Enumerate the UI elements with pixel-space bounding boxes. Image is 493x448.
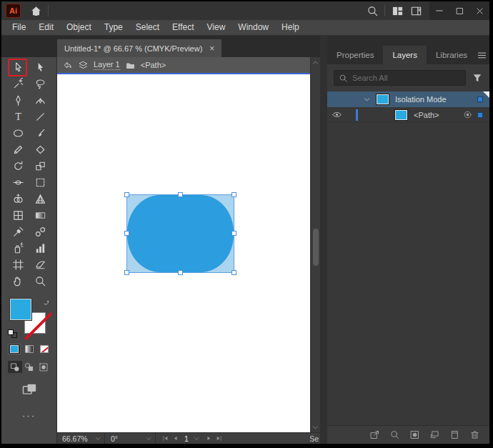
free-transform-tool[interactable]: [29, 174, 51, 191]
magic-wand-tool[interactable]: [7, 76, 29, 92]
artboard-chevron-icon[interactable]: [193, 435, 200, 442]
symbol-sprayer-tool[interactable]: [7, 240, 29, 257]
menu-select[interactable]: Select: [129, 20, 166, 35]
rotation-chevron-icon[interactable]: [145, 435, 152, 442]
menu-object[interactable]: Object: [60, 20, 98, 35]
delete-selection-icon[interactable]: [467, 427, 482, 443]
color-button[interactable]: [8, 344, 21, 354]
fill-swatch[interactable]: [10, 299, 31, 320]
scroll-up-icon[interactable]: [311, 57, 320, 67]
previous-artboard-icon[interactable]: [171, 434, 179, 442]
paintbrush-tool[interactable]: [29, 125, 51, 141]
selection-handle[interactable]: [124, 231, 129, 236]
breadcrumb-path-label[interactable]: <Path>: [141, 61, 166, 69]
selection-handle[interactable]: [124, 192, 129, 197]
type-tool[interactable]: T: [7, 109, 29, 125]
line-segment-tool[interactable]: [29, 109, 51, 125]
first-artboard-icon[interactable]: [161, 434, 169, 442]
tab-libraries[interactable]: Libraries: [427, 46, 477, 64]
scroll-down-icon[interactable]: [311, 422, 320, 432]
breadcrumb-layer-label[interactable]: Layer 1: [94, 60, 120, 70]
selection-handle[interactable]: [231, 192, 236, 197]
lasso-tool[interactable]: [29, 76, 51, 92]
selection-handle[interactable]: [231, 231, 236, 236]
layer-row-path[interactable]: <Path>: [327, 107, 489, 123]
visibility-eye-icon[interactable]: [327, 109, 346, 120]
selection-indicator[interactable]: [477, 112, 483, 118]
document-tab-close-icon[interactable]: ×: [209, 44, 214, 53]
selection-handle[interactable]: [178, 192, 183, 197]
default-fill-stroke-icon[interactable]: [8, 329, 17, 338]
rounded-rectangle-shape[interactable]: [127, 195, 234, 272]
rotate-tool[interactable]: [7, 158, 29, 174]
selection-handle[interactable]: [178, 270, 183, 275]
direct-selection-tool[interactable]: [29, 59, 51, 76]
maximize-button[interactable]: [449, 1, 469, 20]
tab-layers[interactable]: Layers: [383, 46, 427, 64]
panel-menu-icon[interactable]: [477, 50, 487, 61]
artboard-tool[interactable]: [7, 257, 29, 273]
artboard-number-select[interactable]: 1: [181, 434, 203, 443]
hand-tool[interactable]: [7, 273, 29, 289]
selection-tool[interactable]: [7, 59, 29, 76]
column-graph-tool[interactable]: [29, 240, 51, 257]
search-icon[interactable]: [363, 2, 382, 19]
edit-toolbar-button[interactable]: ···: [22, 410, 36, 421]
filter-icon[interactable]: [472, 72, 483, 84]
none-button[interactable]: [38, 344, 51, 354]
layers-search-field[interactable]: [334, 70, 466, 86]
locate-object-icon[interactable]: [387, 427, 402, 443]
artboard-canvas[interactable]: [57, 74, 310, 432]
zoom-tool[interactable]: [29, 273, 51, 289]
pen-tool[interactable]: [7, 92, 29, 109]
draw-inside-button[interactable]: [36, 361, 51, 373]
close-button[interactable]: [469, 1, 489, 20]
document-tab[interactable]: Untitled-1* @ 66.67 % (CMYK/Preview) ×: [57, 39, 221, 57]
menu-edit[interactable]: Edit: [32, 20, 60, 35]
arrange-documents-icon[interactable]: [388, 2, 407, 19]
slice-tool[interactable]: [29, 257, 51, 273]
selection-indicator[interactable]: [477, 96, 483, 102]
path-thumbnail[interactable]: [395, 110, 407, 120]
ellipse-tool[interactable]: [7, 125, 29, 141]
eraser-tool[interactable]: [29, 141, 51, 158]
gradient-tool[interactable]: [29, 207, 51, 224]
workspace-switcher-icon[interactable]: [407, 2, 425, 19]
new-layer-icon[interactable]: [447, 427, 462, 443]
new-sublayer-icon[interactable]: [427, 427, 442, 443]
layer-row-isolation-mode[interactable]: Isolation Mode: [327, 91, 489, 107]
minimize-button[interactable]: [429, 1, 449, 20]
zoom-chevron-icon[interactable]: [94, 435, 101, 442]
shaper-tool[interactable]: [7, 141, 29, 158]
selection-handle[interactable]: [231, 270, 236, 275]
swap-fill-stroke-icon[interactable]: [42, 298, 51, 307]
draw-behind-button[interactable]: [22, 361, 36, 373]
scale-tool[interactable]: [29, 158, 51, 174]
collect-for-export-icon[interactable]: [367, 427, 382, 443]
change-screen-mode-button[interactable]: [21, 382, 37, 397]
illustrator-app-icon[interactable]: Ai: [6, 4, 21, 18]
menu-effect[interactable]: Effect: [166, 20, 200, 35]
last-artboard-icon[interactable]: [215, 434, 223, 442]
zoom-level-select[interactable]: 66.67%: [57, 433, 104, 444]
draw-normal-button[interactable]: [8, 361, 22, 373]
menu-window[interactable]: Window: [231, 20, 275, 35]
tab-properties[interactable]: Properties: [327, 46, 383, 64]
menu-file[interactable]: File: [6, 20, 32, 35]
width-tool[interactable]: [7, 174, 29, 191]
menu-help[interactable]: Help: [275, 20, 306, 35]
next-artboard-icon[interactable]: [205, 434, 213, 442]
blend-tool[interactable]: [29, 224, 51, 240]
eyedropper-tool[interactable]: [7, 224, 29, 240]
vertical-scrollbar[interactable]: [310, 57, 320, 432]
gradient-button[interactable]: [23, 344, 36, 354]
shape-builder-tool[interactable]: [7, 191, 29, 207]
home-icon[interactable]: [26, 2, 45, 19]
expand-chevron-icon[interactable]: [363, 96, 371, 104]
curvature-tool[interactable]: [29, 92, 51, 109]
selected-shape[interactable]: [127, 195, 234, 272]
layers-search-input[interactable]: [352, 74, 461, 82]
layer-thumbnail[interactable]: [377, 94, 389, 104]
target-icon[interactable]: [463, 110, 472, 119]
selection-handle[interactable]: [124, 270, 129, 275]
